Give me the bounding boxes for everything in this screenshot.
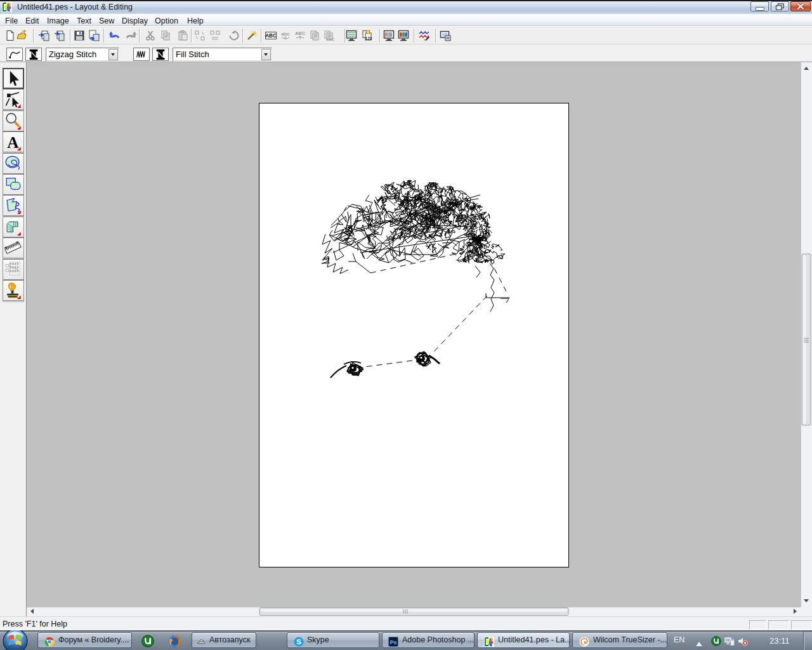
svg-text:ABC: ABC	[327, 37, 335, 41]
svg-text:abc: abc	[282, 31, 290, 37]
svg-text:A: A	[7, 133, 19, 151]
svg-text:Ps: Ps	[390, 639, 396, 646]
svg-text:123: 123	[365, 36, 372, 41]
svg-text:ABC: ABC	[295, 30, 306, 36]
svg-text:S: S	[296, 638, 301, 646]
svg-text:ABC: ABC	[265, 33, 277, 39]
